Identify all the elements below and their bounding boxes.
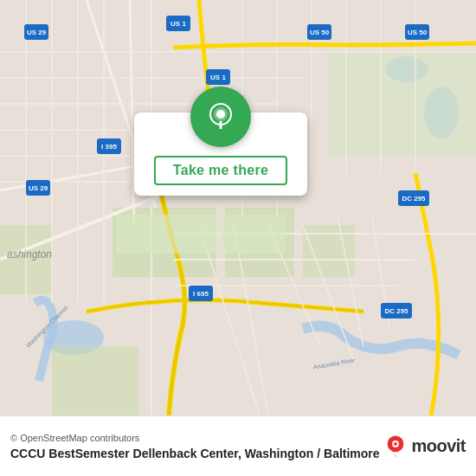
footer-left: © OpenStreetMap contributors CCCU BestSe…	[10, 433, 380, 460]
svg-rect-8	[329, 52, 476, 156]
shield-i695: I 695	[189, 286, 213, 301]
moovit-pin-icon	[383, 434, 408, 459]
take-me-there-popup: Take me there	[134, 113, 307, 196]
shield-i395: I 395	[97, 138, 121, 154]
svg-rect-9	[52, 346, 138, 415]
location-name: CCCU BestSemester Dellenback Center, Was…	[10, 447, 380, 460]
pin-icon	[205, 101, 236, 132]
take-me-there-button[interactable]: Take me there	[154, 156, 287, 185]
moovit-logo: moovit	[383, 434, 466, 459]
shield-us50-e2: US 50	[405, 24, 429, 40]
svg-rect-41	[221, 215, 286, 254]
shield-us1-mid: US 1	[206, 69, 230, 85]
moovit-text: moovit	[411, 436, 466, 456]
osm-credit: © OpenStreetMap contributors	[10, 433, 380, 443]
copyright-symbol: ©	[10, 433, 17, 443]
map-container: ashington Washington Channel Anacostia R…	[0, 0, 476, 415]
location-pin	[190, 87, 251, 147]
shield-dc295-se: DC 295	[381, 303, 412, 318]
shield-dc295-e: DC 295	[398, 190, 429, 206]
svg-rect-40	[117, 215, 216, 254]
shield-us29-sw: US 29	[26, 180, 50, 196]
svg-point-50	[394, 441, 397, 445]
svg-text:ashington: ashington	[7, 248, 52, 261]
shield-us50-e1: US 50	[307, 24, 331, 40]
svg-point-46	[216, 110, 225, 119]
shield-us1-north: US 1	[166, 16, 190, 31]
map-svg: ashington Washington Channel Anacostia R…	[0, 0, 476, 415]
osm-link[interactable]: OpenStreetMap contributors	[20, 433, 139, 443]
shield-us29-nw: US 29	[24, 24, 48, 40]
footer: © OpenStreetMap contributors CCCU BestSe…	[0, 415, 476, 476]
